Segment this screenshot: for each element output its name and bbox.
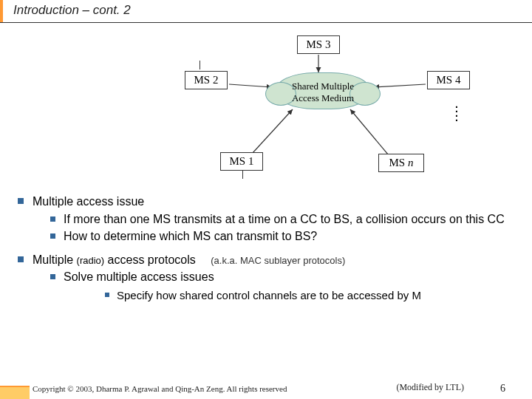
bullet-2a-text: Solve multiple access issues: [64, 270, 214, 283]
msn-suffix: n: [408, 157, 414, 168]
diagram-node-ms4: MS 4: [427, 71, 470, 89]
footer-accent: [0, 386, 30, 399]
bullet-1-text: Multiple access issue: [33, 195, 144, 208]
diagram-node-ms1: MS 1: [220, 152, 263, 171]
diagram-node-ms3: MS 3: [297, 35, 340, 54]
ellipsis-vertical-icon: ....: [455, 102, 458, 120]
bullet-2-part1: Multiple: [33, 253, 77, 266]
connector-line: [200, 61, 200, 69]
page-title: Introduction – cont. 2: [13, 3, 131, 18]
bullet-1b: How to determine which MS can transmit t…: [33, 228, 517, 245]
svg-line-1: [229, 84, 272, 87]
diagram-area: MS 3 MS 2 MS 4 Shared Multiple Access Me…: [0, 28, 532, 183]
bullet-1: Multiple access issue If more than one M…: [18, 194, 517, 245]
diagram-node-ms2: MS 2: [185, 71, 228, 89]
bullet-2: Multiple (radio) access protocols (a.k.a…: [18, 252, 517, 303]
footer-page-number: 6: [500, 383, 505, 395]
connector-line: [242, 170, 243, 179]
footer-copyright: Copyright © 2003, Dharma P. Agrawal and …: [33, 384, 287, 393]
diagram-cloud: Shared Multiple Access Medium: [275, 72, 371, 109]
bullet-2a1: Specify how shared control channels are …: [64, 288, 517, 303]
cloud-text-line2: Access Medium: [292, 92, 354, 103]
msn-prefix: MS: [389, 157, 408, 168]
bullet-1a: If more than one MS transmits at a time …: [33, 211, 517, 228]
accent-bar: [0, 0, 3, 22]
diagram-arrows: [0, 28, 532, 183]
title-underline: [0, 22, 532, 23]
svg-line-2: [374, 84, 426, 87]
diagram-node-msn: MS n: [378, 154, 424, 172]
footer-modified: (Modified by LTL): [396, 382, 464, 393]
bullet-2a: Solve multiple access issues Specify how…: [33, 269, 517, 303]
content-area: Multiple access issue If more than one M…: [18, 194, 517, 310]
footer: Copyright © 2003, Dharma P. Agrawal and …: [33, 384, 505, 393]
bullet-2-part2: access protocols: [104, 253, 196, 266]
bullet-2-aka: (a.k.a. MAC sublayer protocols): [211, 255, 345, 266]
bullet-2-radio: (radio): [77, 255, 105, 266]
cloud-text-line1: Shared Multiple: [292, 81, 354, 92]
